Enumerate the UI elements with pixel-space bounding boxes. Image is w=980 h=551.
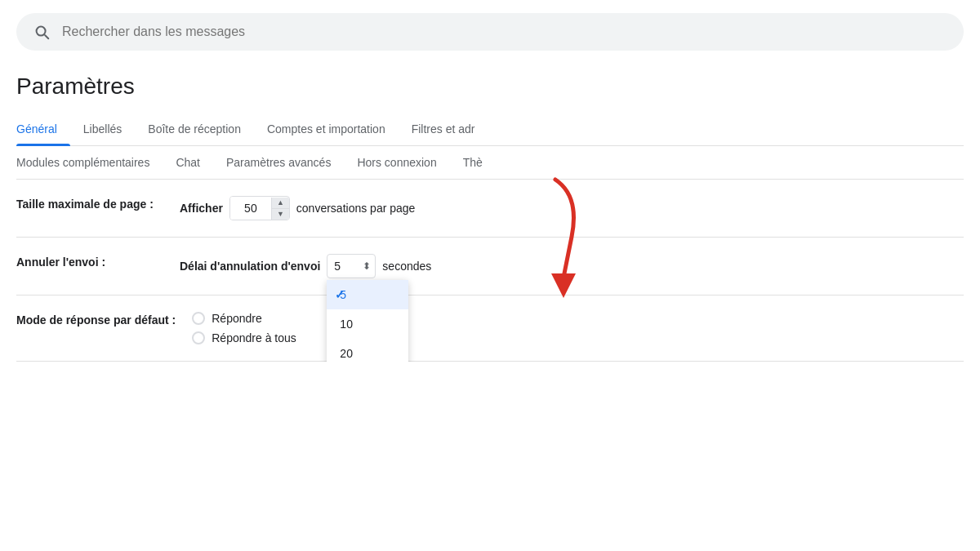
delai-dropdown-wrapper: 5 10 20 30 ⬍ ✓ 5 10 20 bbox=[327, 254, 376, 278]
radio-repondre-label: Répondre bbox=[212, 312, 262, 325]
mode-reponse-label: Mode de réponse par défaut : bbox=[16, 312, 176, 329]
radio-repondre-circle bbox=[192, 312, 205, 325]
delai-label: Délai d'annulation d'envoi bbox=[180, 260, 320, 273]
primary-tabs: Général Libellés Boîte de réception Comp… bbox=[16, 113, 964, 146]
secondary-tabs: Modules complémentaires Chat Paramètres … bbox=[16, 146, 964, 180]
annuler-content: Délai d'annulation d'envoi 5 10 20 30 ⬍ … bbox=[180, 254, 964, 278]
secondes-label: secondes bbox=[382, 260, 431, 273]
spinner-arrows: ▲ ▼ bbox=[271, 198, 289, 220]
taille-content: Afficher 50 ▲ ▼ conversations par page bbox=[180, 196, 964, 220]
tab-theme[interactable]: Thè bbox=[450, 146, 496, 179]
tab-filtres[interactable]: Filtres et adr bbox=[399, 113, 488, 145]
annuler-section: Annuler l'envoi : Délai d'annulation d'e… bbox=[16, 238, 964, 295]
checkmark-icon: ✓ bbox=[335, 288, 345, 301]
tab-parametres-avances[interactable]: Paramètres avancés bbox=[213, 146, 344, 179]
conversations-spinner[interactable]: 50 ▲ ▼ bbox=[229, 196, 290, 220]
tab-general[interactable]: Général bbox=[16, 113, 70, 145]
mode-reponse-content: Répondre Répondre à tous bbox=[192, 312, 964, 344]
afficher-label: Afficher bbox=[180, 202, 223, 215]
tab-libelles[interactable]: Libellés bbox=[70, 113, 135, 145]
dropdown-open-panel: ✓ 5 10 20 30 bbox=[327, 280, 408, 362]
spinner-down[interactable]: ▼ bbox=[272, 209, 289, 220]
annuler-label: Annuler l'envoi : bbox=[16, 254, 163, 271]
conversations-input[interactable]: 50 bbox=[230, 197, 271, 220]
delai-select[interactable]: 5 10 20 30 bbox=[327, 254, 376, 278]
dropdown-option-5[interactable]: ✓ 5 bbox=[327, 280, 408, 309]
dropdown-option-10[interactable]: 10 bbox=[327, 309, 408, 339]
tab-boite-reception[interactable]: Boîte de réception bbox=[135, 113, 254, 145]
option-20-label: 20 bbox=[340, 347, 353, 360]
taille-label: Taille maximale de page : bbox=[16, 196, 163, 213]
tab-chat[interactable]: Chat bbox=[163, 146, 213, 179]
search-bar bbox=[16, 13, 964, 51]
radio-repondre-tous[interactable]: Répondre à tous bbox=[192, 331, 296, 344]
option-10-label: 10 bbox=[340, 318, 353, 331]
tab-modules[interactable]: Modules complémentaires bbox=[16, 146, 163, 179]
mode-reponse-section: Mode de réponse par défaut : Répondre Ré… bbox=[16, 295, 964, 362]
tab-comptes[interactable]: Comptes et importation bbox=[254, 113, 399, 145]
dropdown-option-20[interactable]: 20 bbox=[327, 339, 408, 362]
radio-repondre-tous-circle bbox=[192, 331, 205, 344]
page-title: Paramètres bbox=[16, 67, 964, 100]
conversations-label: conversations par page bbox=[296, 202, 416, 215]
page-content: Paramètres Général Libellés Boîte de réc… bbox=[0, 67, 980, 362]
tab-hors-connexion[interactable]: Hors connexion bbox=[344, 146, 449, 179]
spinner-up[interactable]: ▲ bbox=[272, 198, 289, 209]
search-input[interactable] bbox=[62, 24, 947, 39]
taille-section: Taille maximale de page : Afficher 50 ▲ … bbox=[16, 180, 964, 238]
search-icon bbox=[33, 23, 51, 41]
radio-repondre-tous-label: Répondre à tous bbox=[212, 331, 296, 344]
radio-repondre[interactable]: Répondre bbox=[192, 312, 262, 325]
